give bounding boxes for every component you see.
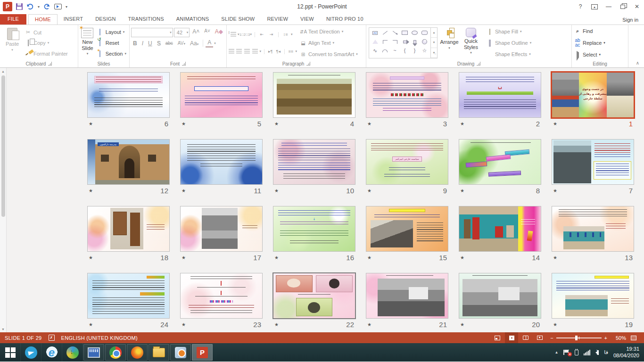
transition-star-icon[interactable]: ★ xyxy=(367,255,372,260)
sign-in-link[interactable]: Sign in xyxy=(622,17,638,23)
text-shadow-button[interactable]: S xyxy=(155,40,163,47)
shape-block-arrow-down-icon[interactable] xyxy=(413,40,416,44)
character-spacing-button[interactable]: AV▾ xyxy=(176,40,187,46)
slide-thumbnail-2[interactable]: اما xyxy=(459,73,541,117)
left-to-right-button[interactable]: ▸¶ xyxy=(267,48,274,55)
bullets-button[interactable] xyxy=(228,31,236,38)
scroll-down-arrow[interactable]: ▼ xyxy=(1,326,5,332)
underline-button[interactable]: U xyxy=(146,40,154,47)
tab-slide-show[interactable]: SLIDE SHOW xyxy=(215,14,261,25)
taskbar-remote-keyboard[interactable] xyxy=(83,344,104,361)
layout-button[interactable]: Layout▾ xyxy=(95,29,128,35)
quick-styles-button[interactable]: Quick Styles ▾ xyxy=(460,26,482,60)
align-right-button[interactable] xyxy=(244,48,250,55)
shape-right-brace-icon[interactable]: } xyxy=(414,48,416,53)
shapes-more[interactable]: ▼̲ xyxy=(431,48,437,58)
font-name-combo[interactable]: ▾ xyxy=(131,28,173,37)
slide-thumbnail-21[interactable] xyxy=(366,273,448,318)
transition-star-icon[interactable]: ★ xyxy=(182,322,186,327)
slide-thumbnail-22[interactable] xyxy=(273,273,355,318)
shape-star-icon[interactable]: ☆ xyxy=(422,48,427,53)
transition-star-icon[interactable]: ★ xyxy=(367,188,372,193)
normal-view-button[interactable] xyxy=(491,332,504,343)
transition-star-icon[interactable]: ★ xyxy=(182,121,186,126)
transition-star-icon[interactable]: ★ xyxy=(182,188,186,193)
transition-star-icon[interactable]: ★ xyxy=(553,322,557,327)
taskbar-idm[interactable] xyxy=(62,343,83,362)
shape-left-brace-icon[interactable]: { xyxy=(404,48,406,53)
shape-rounded-rectangle-icon[interactable] xyxy=(421,31,428,35)
customize-quick-access-icon[interactable]: ▾ xyxy=(66,5,67,9)
columns-button[interactable]: ≡≡ xyxy=(288,48,294,55)
transition-star-icon[interactable]: ★ xyxy=(553,121,557,126)
zoom-level[interactable]: 50% xyxy=(611,335,626,341)
taskbar-file-explorer[interactable] xyxy=(149,344,169,361)
slide-sorter-view-button[interactable] xyxy=(505,332,518,343)
tab-file[interactable]: FILE xyxy=(0,14,26,25)
power-icon[interactable] xyxy=(575,350,578,355)
tab-animations[interactable]: ANIMATIONS xyxy=(170,14,215,25)
slide-thumbnail-11[interactable] xyxy=(181,140,262,184)
help-button[interactable]: ? xyxy=(573,1,587,12)
italic-button[interactable]: I xyxy=(140,40,145,47)
reading-view-button[interactable] xyxy=(519,332,532,343)
clipboard-dialog-launcher[interactable] xyxy=(48,62,52,66)
align-center-button[interactable] xyxy=(236,48,243,55)
transition-star-icon[interactable]: ★ xyxy=(89,322,93,327)
input-language-indicator[interactable]: فا xyxy=(604,349,608,355)
cut-button[interactable]: ✂Cut xyxy=(23,29,69,36)
transition-star-icon[interactable]: ★ xyxy=(367,121,372,126)
find-button[interactable]: ⌕Find xyxy=(574,28,605,34)
taskbar-media-player[interactable] xyxy=(170,344,191,361)
start-button[interactable] xyxy=(0,343,21,362)
transition-star-icon[interactable]: ★ xyxy=(182,255,186,260)
copy-button[interactable]: Copy▾ xyxy=(23,40,69,46)
shape-elbow-arrow-connector-icon[interactable] xyxy=(393,40,397,44)
tab-design[interactable]: DESIGN xyxy=(89,14,122,25)
zoom-in-button[interactable]: + xyxy=(604,335,607,341)
scroll-up-arrow[interactable]: ▲ xyxy=(1,68,5,74)
slide-thumbnail-4[interactable] xyxy=(273,73,355,117)
zoom-slider-thumb[interactable] xyxy=(575,336,578,340)
network-signal-icon[interactable] xyxy=(584,350,590,355)
slide-thumbnail-10[interactable] xyxy=(273,140,355,184)
slide-thumbnail-6[interactable] xyxy=(88,73,169,117)
collapse-ribbon-button[interactable]: ∧ xyxy=(636,60,639,66)
tab-review[interactable]: REVIEW xyxy=(261,14,294,25)
language-indicator[interactable]: ENGLISH (UNITED KINGDOM) xyxy=(61,335,138,341)
shape-outline-button[interactable]: Shape Outline▾ xyxy=(487,40,531,46)
zoom-out-button[interactable]: − xyxy=(550,335,553,341)
transition-star-icon[interactable]: ★ xyxy=(460,322,464,327)
arrange-button[interactable]: Arrange ▾ xyxy=(438,26,460,60)
transition-star-icon[interactable]: ★ xyxy=(274,322,279,327)
taskbar-firefox[interactable] xyxy=(127,344,148,361)
tab-transitions[interactable]: TRANSITIONS xyxy=(122,14,170,25)
shape-line-icon[interactable] xyxy=(382,31,387,34)
spell-check-icon[interactable]: ✗ xyxy=(49,335,55,341)
paste-dropdown[interactable]: ▾ xyxy=(11,48,13,52)
slide-thumbnail-17[interactable] xyxy=(181,206,262,251)
font-dialog-launcher[interactable] xyxy=(182,62,186,66)
shape-elbow-connector-icon[interactable] xyxy=(383,40,388,44)
increase-indent-button[interactable]: ⇥ xyxy=(267,31,275,38)
repeat-icon[interactable] xyxy=(43,3,50,10)
decrease-indent-button[interactable]: ⇤ xyxy=(258,31,266,38)
transition-star-icon[interactable]: ★ xyxy=(274,188,279,193)
save-icon[interactable] xyxy=(16,3,23,10)
slide-thumbnail-8[interactable] xyxy=(459,140,541,184)
line-spacing-button[interactable]: ↕≡ xyxy=(281,31,289,38)
slide-thumbnail-15[interactable] xyxy=(366,206,448,251)
ribbon-display-options-button[interactable]: ▴ xyxy=(587,1,602,12)
undo-dropdown[interactable]: ▾ xyxy=(38,5,40,9)
tab-view[interactable]: VIEW xyxy=(294,14,320,25)
start-from-beginning-icon[interactable] xyxy=(54,4,62,9)
transition-star-icon[interactable]: ★ xyxy=(460,188,464,193)
shape-arrow-icon[interactable] xyxy=(392,31,397,34)
font-color-button[interactable]: A xyxy=(206,39,213,48)
slide-thumbnail-18[interactable] xyxy=(88,206,169,251)
replace-button[interactable]: abacReplace▾ xyxy=(574,38,605,48)
slide-thumbnail-23[interactable] xyxy=(181,273,262,318)
align-left-button[interactable] xyxy=(228,48,235,55)
section-button[interactable]: Section▾ xyxy=(95,50,128,57)
slide-thumbnail-9[interactable]: سیاست خارجی امیرکبیر xyxy=(366,140,448,184)
